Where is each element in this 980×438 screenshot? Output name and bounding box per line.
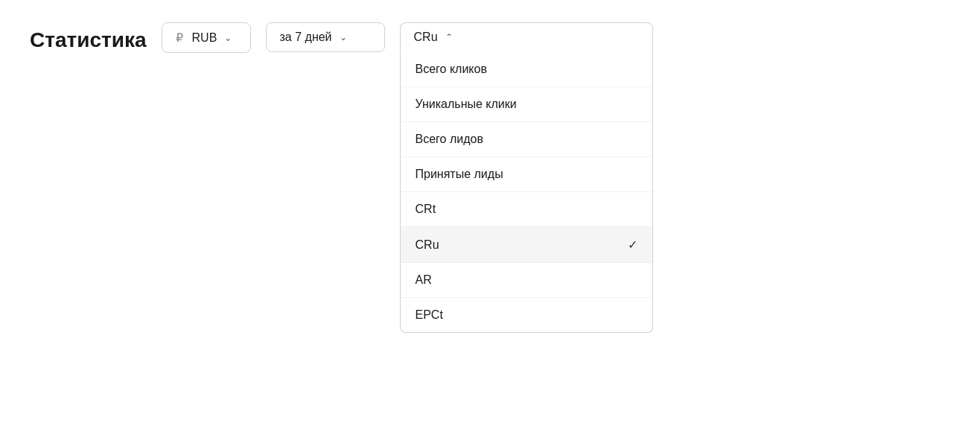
page-title: Статистика [30,28,147,52]
metric-item-label: AR [416,273,432,287]
chevron-down-icon: ⌄ [224,33,232,43]
chevron-up-icon: ⌃ [445,32,453,42]
chevron-down-icon: ⌄ [340,32,347,42]
metric-item-label: CRu [416,238,439,252]
metric-item-crt[interactable]: CRt [401,192,652,227]
metric-item-label: EPCt [416,308,443,322]
metric-dropdown-menu: Всего кликов Уникальные клики Всего лидо… [400,52,653,333]
checkmark-icon: ✓ [628,238,637,252]
metric-item-epct[interactable]: EPCt [401,298,652,332]
metric-item-label: Принятые лиды [416,168,503,181]
metric-item-label: Уникальные клики [416,98,517,111]
metric-item-ar[interactable]: AR [401,263,652,298]
metric-item-vsego-lidov[interactable]: Всего лидов [401,122,652,157]
metric-item-label: CRt [416,203,436,216]
metric-item-prinyatye-lidy[interactable]: Принятые лиды [401,157,652,192]
metric-item-cru[interactable]: CRu ✓ [401,227,652,263]
currency-dropdown[interactable]: ₽ RUB ⌄ [162,22,251,53]
period-dropdown-label: за 7 дней [280,31,332,44]
rub-symbol: ₽ [176,31,183,45]
metric-item-unikalnye-kliki[interactable]: Уникальные клики [401,87,652,122]
currency-dropdown-label: RUB [192,31,217,45]
metric-dropdown-trigger[interactable]: CRu ⌃ [400,22,653,52]
metric-item-vsego-klikov[interactable]: Всего кликов [401,52,652,87]
metric-item-label: Всего кликов [416,63,487,76]
page-container: Статистика ₽ RUB ⌄ за 7 дней ⌄ CRu ⌃ Все… [0,0,980,75]
period-dropdown[interactable]: за 7 дней ⌄ [266,22,385,52]
metric-dropdown-selected-label: CRu [414,31,438,44]
metric-item-label: Всего лидов [416,133,483,146]
metric-dropdown-wrapper: CRu ⌃ Всего кликов Уникальные клики Всег… [400,22,653,52]
